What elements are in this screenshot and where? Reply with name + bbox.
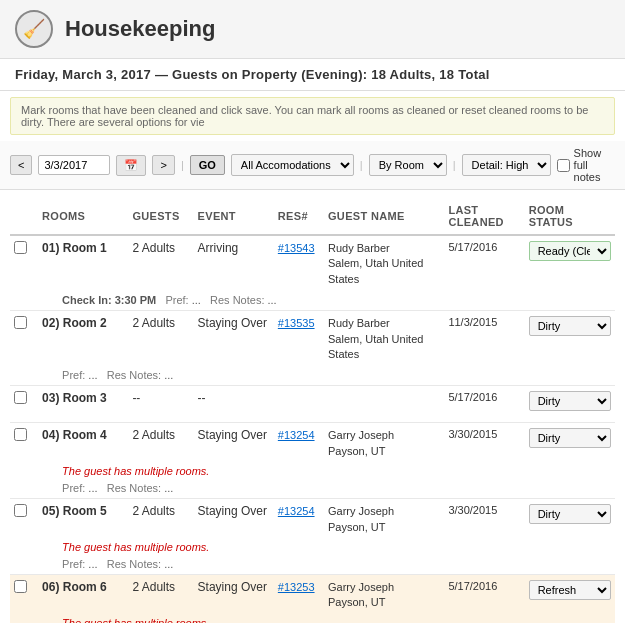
- separator1: |: [181, 159, 184, 171]
- status-select[interactable]: Dirty: [529, 428, 611, 448]
- status-cell[interactable]: Dirty: [525, 499, 615, 540]
- accommodations-select[interactable]: All Accomodations: [231, 154, 354, 176]
- header: 🧹 Housekeeping: [0, 0, 625, 59]
- status-select[interactable]: Refresh: [529, 580, 611, 600]
- event-cell: Staying Over: [194, 574, 274, 615]
- prev-button[interactable]: <: [10, 155, 32, 175]
- room-checkbox[interactable]: [14, 504, 27, 517]
- room-checkbox[interactable]: [14, 391, 27, 404]
- guests-cell: 2 Adults: [128, 499, 193, 540]
- info-bar: Mark rooms that have been cleaned and cl…: [10, 97, 615, 135]
- separator3: |: [453, 159, 456, 171]
- res-link[interactable]: #13535: [278, 317, 315, 329]
- col-header-check: [10, 198, 38, 235]
- status-cell[interactable]: Refresh: [525, 574, 615, 615]
- res-link[interactable]: #13254: [278, 429, 315, 441]
- show-full-notes-label[interactable]: Show full notes: [557, 147, 615, 183]
- next-button[interactable]: >: [152, 155, 174, 175]
- rooms-table: ROOMS GUESTS EVENT RES# GUEST NAME LAST …: [10, 198, 615, 623]
- event-cell: Staying Over: [194, 499, 274, 540]
- go-button[interactable]: GO: [190, 155, 225, 175]
- event-cell: --: [194, 386, 274, 417]
- res-cell: #13535: [274, 311, 324, 368]
- table-row: 03) Room 3 -- -- 5/17/2016 Dirty: [10, 386, 615, 417]
- date-input[interactable]: [38, 155, 110, 175]
- alert-text: The guest has multiple rooms.: [62, 617, 209, 623]
- by-room-select[interactable]: By Room: [369, 154, 447, 176]
- room-name: 04) Room 4: [42, 428, 107, 442]
- status-cell[interactable]: Dirty: [525, 423, 615, 464]
- alert-row: The guest has multiple rooms.: [10, 616, 615, 623]
- col-header-guests: GUESTS: [128, 198, 193, 235]
- last-cleaned-cell: 3/30/2015: [444, 499, 524, 540]
- details-row: Pref: ... Res Notes: ...: [10, 367, 615, 386]
- guest-name: Garry JosephPayson, UT: [328, 429, 394, 456]
- last-cleaned-cell: 5/17/2016: [444, 386, 524, 417]
- checkin-info: Check In: 3:30 PM Pref: ... Res Notes: .…: [62, 294, 277, 306]
- guest-name-cell: Garry JosephPayson, UT: [324, 423, 444, 464]
- room-checkbox[interactable]: [14, 316, 27, 329]
- room-name: 05) Room 5: [42, 504, 107, 518]
- status-cell[interactable]: Ready (Clean): [525, 235, 615, 292]
- details-row: Pref: ... Res Notes: ...: [10, 480, 615, 499]
- guest-name-cell: [324, 386, 444, 417]
- res-link[interactable]: #13253: [278, 581, 315, 593]
- status-cell[interactable]: Dirty: [525, 386, 615, 417]
- col-header-guestname: GUEST NAME: [324, 198, 444, 235]
- guest-name: Garry JosephPayson, UT: [328, 581, 394, 608]
- guest-name: Garry JosephPayson, UT: [328, 505, 394, 532]
- status-select[interactable]: Dirty: [529, 504, 611, 524]
- status-select[interactable]: Dirty: [529, 391, 611, 411]
- alert-text: The guest has multiple rooms.: [62, 541, 209, 553]
- guests-cell: 2 Adults: [128, 235, 193, 292]
- res-link[interactable]: #13543: [278, 242, 315, 254]
- guests-cell: 2 Adults: [128, 574, 193, 615]
- guest-name-cell: Rudy BarberSalem, Utah United States: [324, 311, 444, 368]
- alert-row: The guest has multiple rooms.: [10, 464, 615, 480]
- guest-name-cell: Garry JosephPayson, UT: [324, 499, 444, 540]
- header-icon: 🧹: [15, 10, 53, 48]
- status-select[interactable]: Dirty: [529, 316, 611, 336]
- last-cleaned-cell: 11/3/2015: [444, 311, 524, 368]
- table-row: 02) Room 2 2 Adults Staying Over #13535 …: [10, 311, 615, 368]
- detail-select[interactable]: Detail: High: [462, 154, 551, 176]
- subheader: Friday, March 3, 2017 — Guests on Proper…: [0, 59, 625, 91]
- event-cell: Staying Over: [194, 311, 274, 368]
- last-cleaned-cell: 3/30/2015: [444, 423, 524, 464]
- pref-notes: Pref: ... Res Notes: ...: [62, 558, 173, 570]
- res-cell: #13543: [274, 235, 324, 292]
- show-full-notes-checkbox[interactable]: [557, 159, 570, 172]
- last-cleaned-cell: 5/17/2016: [444, 235, 524, 292]
- res-cell: #13254: [274, 423, 324, 464]
- guest-name-cell: Garry JosephPayson, UT: [324, 574, 444, 615]
- res-cell: #13253: [274, 574, 324, 615]
- room-checkbox[interactable]: [14, 428, 27, 441]
- page-title: Housekeeping: [65, 16, 215, 42]
- guests-cell: --: [128, 386, 193, 417]
- status-cell[interactable]: Dirty: [525, 311, 615, 368]
- table-row: 05) Room 5 2 Adults Staying Over #13254 …: [10, 499, 615, 540]
- date-icon-button[interactable]: 📅: [116, 155, 146, 176]
- checkin-row: Check In: 3:30 PM Pref: ... Res Notes: .…: [10, 292, 615, 311]
- separator2: |: [360, 159, 363, 171]
- room-checkbox[interactable]: [14, 580, 27, 593]
- room-name: 01) Room 1: [42, 241, 107, 255]
- status-select[interactable]: Ready (Clean): [529, 241, 611, 261]
- res-link[interactable]: #13254: [278, 505, 315, 517]
- room-name: 03) Room 3: [42, 391, 107, 405]
- table-wrapper: ROOMS GUESTS EVENT RES# GUEST NAME LAST …: [0, 198, 625, 623]
- table-row: 01) Room 1 2 Adults Arriving #13543 Rudy…: [10, 235, 615, 292]
- col-header-cleaned: LAST CLEANED: [444, 198, 524, 235]
- room-checkbox[interactable]: [14, 241, 27, 254]
- room-name: 06) Room 6: [42, 580, 107, 594]
- table-row: 06) Room 6 2 Adults Staying Over #13253 …: [10, 574, 615, 615]
- event-cell: Staying Over: [194, 423, 274, 464]
- guests-cell: 2 Adults: [128, 311, 193, 368]
- alert-row: The guest has multiple rooms.: [10, 540, 615, 556]
- guest-name: Rudy BarberSalem, Utah United States: [328, 317, 423, 360]
- res-cell: [274, 386, 324, 417]
- last-cleaned-cell: 5/17/2016: [444, 574, 524, 615]
- guests-cell: 2 Adults: [128, 423, 193, 464]
- event-cell: Arriving: [194, 235, 274, 292]
- table-row: 04) Room 4 2 Adults Staying Over #13254 …: [10, 423, 615, 464]
